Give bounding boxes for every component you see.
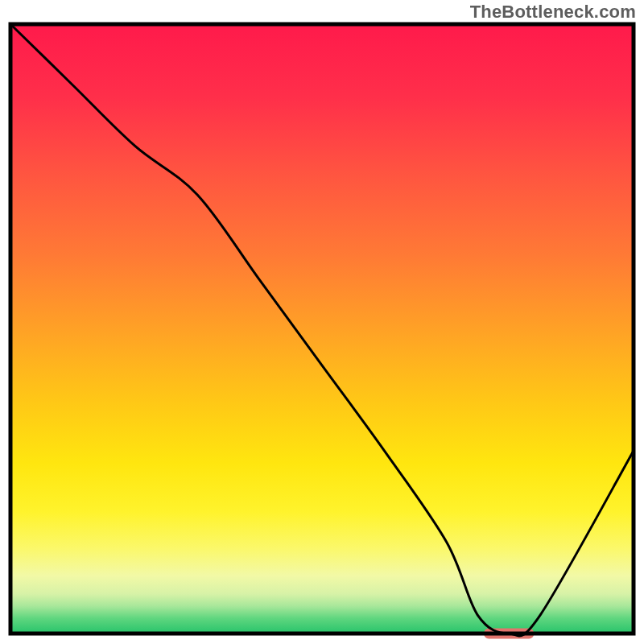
bottleneck-chart (0, 0, 644, 644)
chart-container: TheBottleneck.com (0, 0, 644, 644)
watermark-text: TheBottleneck.com (470, 2, 636, 23)
